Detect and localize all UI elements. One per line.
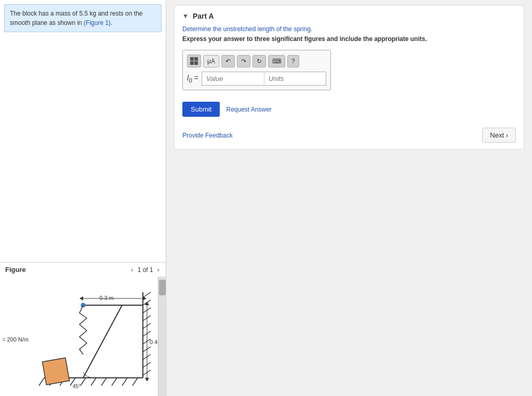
figure-canvas: 0.3 m 0.4 m k = 200 N/m 45° [3,277,158,396]
svg-line-20 [112,378,117,386]
action-row: Submit Request Answer [182,102,516,117]
figure-link[interactable]: (Figure 1). [84,19,112,26]
problem-text: The block has a mass of 5.5 kg and rests… [4,4,162,32]
next-button[interactable]: Next › [482,128,516,143]
part-section: ▼ Part A Determine the unstretched lengt… [174,5,524,149]
refresh-button[interactable]: ↻ [252,55,266,67]
keyboard-button[interactable]: ⌨ [268,55,285,67]
figure-scrollbar[interactable] [158,277,166,396]
svg-rect-26 [43,358,70,385]
spring-label: k = 200 N/m [3,336,29,343]
svg-line-23 [83,305,122,378]
mu-button[interactable]: μA [203,55,219,67]
dim1-label: 0.3 m [99,295,114,301]
svg-line-1 [143,292,151,297]
units-input[interactable] [264,72,326,86]
grid-icon-button[interactable] [187,54,201,67]
figure-header: Figure ‹ 1 of 1 › [0,263,166,277]
collapse-icon[interactable]: ▼ [182,12,189,20]
figure-page: 1 of 1 [138,266,153,274]
figure-nav: ‹ 1 of 1 › [130,266,161,274]
undo-button[interactable]: ↶ [221,55,235,67]
svg-line-13 [39,378,44,386]
right-panel: ▼ Part A Determine the unstretched lengt… [166,0,532,396]
problem-text-content: The block has a mass of 5.5 kg and rests… [10,10,142,26]
svg-line-17 [81,378,86,386]
toolbar: μA ↶ ↷ ↻ ⌨ ? [187,54,326,67]
provide-feedback-link[interactable]: Provide Feedback [182,132,233,139]
left-panel: The block has a mass of 5.5 kg and rests… [0,0,166,396]
redo-button[interactable]: ↷ [237,55,250,67]
question-note: Express your answer to three significant… [182,35,516,43]
request-answer-link[interactable]: Request Answer [226,106,271,113]
svg-line-18 [91,378,96,386]
figure-prev-button[interactable]: ‹ [130,266,134,274]
figure-section: Figure ‹ 1 of 1 › [0,262,166,396]
question-instruction: Determine the unstretched length of the … [182,25,516,33]
svg-marker-29 [143,296,147,301]
l0-label: l0 = [187,74,198,84]
bottom-row: Provide Feedback Next › [182,125,516,143]
part-header: ▼ Part A [182,12,516,20]
help-button[interactable]: ? [287,55,299,67]
figure-title: Figure [5,266,26,274]
svg-marker-32 [145,378,149,381]
answer-box: μA ↶ ↷ ↻ ⌨ ? l0 = [182,50,331,90]
input-row: l0 = [187,72,326,86]
svg-line-22 [132,378,138,386]
angle-label: 45° [73,384,81,389]
svg-marker-28 [79,296,83,301]
dim2-label: 0.4 m [150,339,158,345]
part-label: Part A [193,12,214,20]
figure-next-button[interactable]: › [156,266,161,274]
svg-line-21 [122,378,127,386]
figure-svg: 0.3 m 0.4 m k = 200 N/m 45° [3,277,158,396]
submit-button[interactable]: Submit [182,102,220,117]
svg-line-19 [101,378,107,386]
value-input[interactable] [202,72,264,86]
